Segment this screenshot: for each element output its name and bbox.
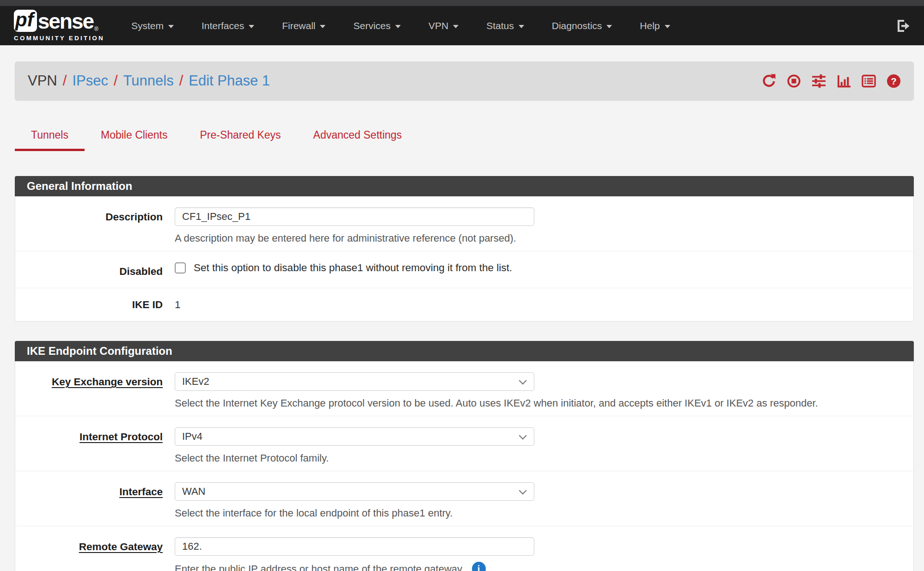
general-information-panel: General Information Description A descri…: [15, 176, 914, 322]
ike-id-value: 1: [175, 299, 903, 311]
pfsense-wordmark: pf sense ®: [14, 10, 104, 32]
menu-status[interactable]: Status: [472, 6, 538, 45]
remote-gateway-label: Remote Gateway: [15, 537, 175, 571]
form-row-key-exchange: Key Exchange version IKEv2 Select the In…: [15, 361, 913, 416]
key-exchange-help-text: Select the Internet Key Exchange protoco…: [175, 397, 903, 409]
panel-title-general-information: General Information: [15, 176, 914, 196]
menu-vpn[interactable]: VPN: [415, 6, 472, 45]
internet-protocol-label: Internet Protocol: [15, 427, 175, 464]
main-menu: System Interfaces Firewall Services VPN …: [117, 6, 684, 45]
panel-title-ike-endpoint: IKE Endpoint Configuration: [15, 341, 914, 361]
refresh-icon[interactable]: [762, 74, 776, 88]
menu-help[interactable]: Help: [626, 6, 684, 45]
form-row-internet-protocol: Internet Protocol IPv4 Select the Intern…: [15, 416, 913, 471]
key-exchange-content: IKEv2 Select the Internet Key Exchange p…: [175, 372, 913, 409]
chevron-down-icon: [519, 487, 527, 495]
menu-status-label: Status: [486, 20, 514, 31]
chevron-down-icon: [606, 25, 612, 28]
key-exchange-select[interactable]: IKEv2: [175, 372, 534, 391]
breadcrumb-vpn: VPN: [28, 73, 57, 89]
breadcrumb-tunnels[interactable]: Tunnels: [123, 73, 174, 89]
sliders-icon[interactable]: [812, 74, 826, 88]
menu-diagnostics[interactable]: Diagnostics: [538, 6, 626, 45]
description-input[interactable]: [175, 207, 534, 226]
menu-services[interactable]: Services: [339, 6, 415, 45]
sign-out-icon: [895, 18, 910, 33]
breadcrumb-separator: /: [57, 73, 73, 89]
tab-pre-shared-keys[interactable]: Pre-Shared Keys: [184, 126, 297, 151]
chevron-down-icon: [519, 25, 524, 28]
internet-protocol-content: IPv4 Select the Internet Protocol family…: [175, 427, 913, 464]
menu-diagnostics-label: Diagnostics: [552, 20, 602, 31]
chevron-down-icon: [249, 25, 254, 28]
form-row-remote-gateway: Remote Gateway Enter the public IP addre…: [15, 526, 913, 571]
ike-id-content: 1: [175, 299, 913, 311]
tab-mobile-clients[interactable]: Mobile Clients: [85, 126, 184, 151]
chevron-down-icon: [320, 25, 325, 28]
help-icon[interactable]: ?: [887, 74, 901, 88]
svg-text:?: ?: [891, 76, 896, 86]
pf-logo-box: pf: [14, 10, 37, 32]
chevron-down-icon: [395, 25, 401, 28]
remote-gateway-content: Enter the public IP address or host name…: [175, 537, 913, 571]
top-navbar: pf sense ® COMMUNITY EDITION System Inte…: [0, 6, 924, 45]
log-list-icon[interactable]: [862, 74, 876, 88]
menu-interfaces-label: Interfaces: [202, 20, 244, 31]
form-row-description: Description A description may be entered…: [15, 196, 913, 251]
disabled-check-line: Set this option to disable this phase1 w…: [175, 262, 903, 274]
interface-select[interactable]: WAN: [175, 482, 534, 501]
pfsense-logo[interactable]: pf sense ® COMMUNITY EDITION: [14, 10, 104, 42]
menu-system[interactable]: System: [117, 6, 188, 45]
menu-firewall-label: Firewall: [282, 20, 315, 31]
internet-protocol-selected-value: IPv4: [182, 431, 202, 443]
breadcrumb-ipsec[interactable]: IPsec: [72, 73, 108, 89]
remote-gateway-help-text: Enter the public IP address or host name…: [175, 563, 465, 571]
bar-chart-icon[interactable]: [837, 74, 851, 88]
chevron-down-icon: [665, 25, 670, 28]
key-exchange-selected-value: IKEv2: [182, 376, 209, 388]
menu-vpn-label: VPN: [428, 20, 448, 31]
menu-interfaces[interactable]: Interfaces: [188, 6, 268, 45]
disabled-checkbox[interactable]: [175, 262, 186, 273]
window-top-strip: [0, 0, 924, 6]
ike-endpoint-body: Key Exchange version IKEv2 Select the In…: [15, 361, 914, 571]
general-information-body: Description A description may be entered…: [15, 196, 914, 322]
community-edition-label: COMMUNITY EDITION: [14, 35, 104, 42]
internet-protocol-help-text: Select the Internet Protocol family.: [175, 452, 903, 464]
interface-help-text: Select the interface for the local endpo…: [175, 507, 903, 519]
remote-gateway-help-line: Enter the public IP address or host name…: [175, 562, 903, 571]
description-content: A description may be entered here for ad…: [175, 207, 913, 244]
tab-advanced-settings[interactable]: Advanced Settings: [297, 126, 418, 151]
ike-endpoint-panel: IKE Endpoint Configuration Key Exchange …: [15, 341, 914, 571]
tab-tunnels[interactable]: Tunnels: [15, 126, 85, 151]
ike-id-label: IKE ID: [15, 299, 175, 311]
description-help-text: A description may be entered here for ad…: [175, 232, 903, 244]
info-icon[interactable]: i: [472, 562, 486, 571]
interface-selected-value: WAN: [182, 486, 206, 498]
interface-label: Interface: [15, 482, 175, 519]
breadcrumb-separator: /: [108, 73, 123, 89]
remote-gateway-input[interactable]: [175, 537, 534, 556]
key-exchange-label: Key Exchange version: [15, 372, 175, 409]
interface-content: WAN Select the interface for the local e…: [175, 482, 913, 519]
description-label: Description: [15, 207, 175, 244]
stop-icon[interactable]: [787, 74, 801, 88]
logout-button[interactable]: [895, 18, 910, 33]
page-action-icons: ?: [762, 74, 901, 88]
menu-system-label: System: [131, 20, 164, 31]
chevron-down-icon: [519, 432, 527, 440]
menu-services-label: Services: [353, 20, 391, 31]
breadcrumb-edit-phase1[interactable]: Edit Phase 1: [189, 73, 270, 89]
menu-help-label: Help: [640, 20, 660, 31]
form-row-interface: Interface WAN Select the interface for t…: [15, 471, 913, 526]
breadcrumb-separator: /: [174, 73, 189, 89]
disabled-label: Disabled: [15, 262, 175, 278]
form-row-ike-id: IKE ID 1: [15, 288, 913, 321]
internet-protocol-select[interactable]: IPv4: [175, 427, 534, 446]
chevron-down-icon: [519, 377, 527, 385]
registered-mark: ®: [94, 26, 98, 32]
menu-firewall[interactable]: Firewall: [268, 6, 339, 45]
sense-wordmark: sense: [38, 11, 93, 32]
chevron-down-icon: [168, 25, 174, 28]
disabled-content: Set this option to disable this phase1 w…: [175, 262, 913, 278]
